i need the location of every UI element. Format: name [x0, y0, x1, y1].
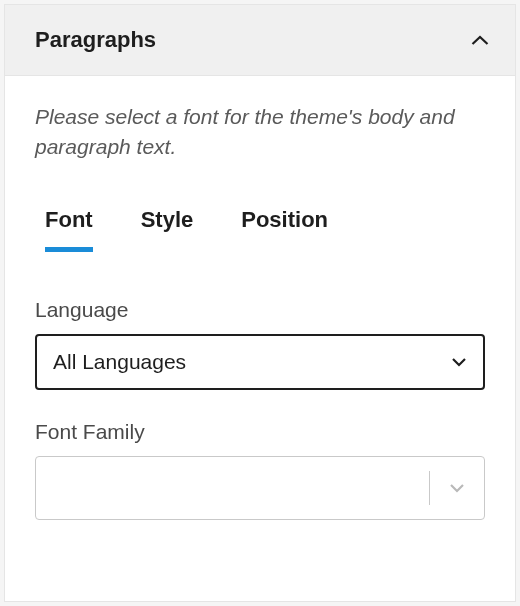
tab-font[interactable]: Font: [45, 207, 93, 252]
tabs: Font Style Position: [35, 207, 485, 252]
language-select-wrap: All Languages: [35, 334, 485, 390]
tab-style[interactable]: Style: [141, 207, 194, 252]
panel-description: Please select a font for the theme's bod…: [35, 102, 485, 163]
language-label: Language: [35, 298, 485, 322]
font-family-combobox[interactable]: [35, 456, 485, 520]
tab-position[interactable]: Position: [241, 207, 328, 252]
chevron-up-icon: [469, 29, 491, 51]
font-family-input[interactable]: [36, 457, 429, 519]
language-select[interactable]: All Languages: [35, 334, 485, 390]
language-field: Language All Languages: [35, 298, 485, 390]
chevron-down-icon: [449, 479, 465, 497]
panel-body: Please select a font for the theme's bod…: [5, 76, 515, 601]
panel-title: Paragraphs: [35, 27, 156, 53]
font-family-dropdown-toggle[interactable]: [430, 457, 484, 519]
panel-header-toggle[interactable]: Paragraphs: [5, 5, 515, 76]
font-family-field: Font Family: [35, 420, 485, 520]
paragraphs-panel: Paragraphs Please select a font for the …: [4, 4, 516, 602]
font-family-label: Font Family: [35, 420, 485, 444]
